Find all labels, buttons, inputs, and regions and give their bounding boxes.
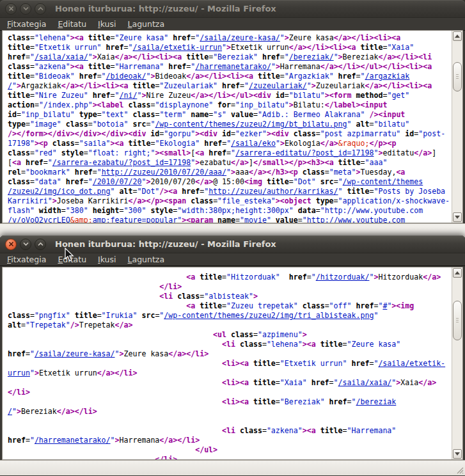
source-line: <li class="lehena"><a title="Zeure kasa": [8, 340, 452, 349]
close-button[interactable]: [5, 3, 17, 15]
maximize-button[interactable]: [35, 239, 46, 250]
source-code: class="lehena"><a title="Zeure kasa" hre…: [3, 31, 452, 223]
view-source-window-front: Honen iturburua: http://zuzeu/ - Mozilla…: [0, 235, 465, 476]
source-link[interactable]: /saila/xaia/: [338, 378, 392, 387]
source-link[interactable]: /argazkiak: [365, 72, 410, 81]
menu-item-ikusi[interactable]: Ikusi: [92, 254, 122, 265]
scroll-up-button[interactable]: [453, 31, 462, 41]
source-link[interactable]: urrun: [8, 369, 30, 377]
source-line: /></form></div></div></div><div id="gorp…: [8, 129, 452, 139]
source-line: /">Bereziak</a></li>: [8, 407, 452, 416]
source-line: </li>: [8, 455, 452, 459]
source-view[interactable]: class="lehena"><a title="Zeure kasa" hre…: [2, 30, 463, 223]
source-line: <a title="Zuzeu trepetak" class="off" hr…: [8, 301, 452, 311]
status-bar: [0, 460, 465, 475]
menu-item-editatu[interactable]: Editatu: [52, 19, 92, 29]
thumb-grip-icon: [456, 318, 459, 323]
menu-item-ikusi[interactable]: Ikusi: [92, 19, 122, 29]
source-line: </li>: [8, 282, 452, 292]
arrow-down-icon: [455, 216, 460, 219]
source-link[interactable]: /saila/eko: [231, 139, 276, 148]
menu-item-fitxategia[interactable]: Fitxategia: [1, 19, 52, 29]
maximize-icon: [38, 6, 43, 11]
source-line: 17198"><p class="saila"><a title="Ekolog…: [8, 139, 452, 148]
source-link[interactable]: /sarrera-editatu/?post_id=17198: [235, 148, 374, 157]
vertical-scrollbar[interactable]: [452, 31, 462, 223]
source-line: class="pngfix" title="Irukia" src="/wp-c…: [8, 311, 452, 321]
menu-item-laguntza[interactable]: Laguntza: [122, 254, 171, 265]
arrow-up-icon: [455, 271, 460, 274]
source-view[interactable]: <a title="Hitzorduak" href="/hitzorduak/…: [2, 267, 463, 460]
menu-bar: FitxategiaEditatuIkusiLaguntza: [0, 253, 465, 266]
source-line: class="lehena"><a title="Zeure kasa" hre…: [8, 33, 452, 43]
arrow-up-icon: [455, 35, 460, 38]
source-line: Karrikiri">Joseba Karrikiri</a></p><span…: [8, 196, 452, 206]
source-link[interactable]: http://zuzeu/2010/07/20/aaa/: [102, 168, 226, 177]
source-line: type="image" class="botoia" src="/wp-con…: [8, 120, 452, 129]
source-link[interactable]: /saila/xaia/: [35, 52, 88, 61]
source-line: [<a href="/sarrera-ezabatu/?post_id=1719…: [8, 158, 452, 168]
source-link[interactable]: /hitzorduak/: [316, 273, 370, 282]
source-line: /v/oVoO2ycrLEO&amp;amp;feature=popular">…: [8, 216, 452, 223]
menu-item-editatu[interactable]: Editatu: [52, 254, 92, 265]
source-link[interactable]: /bereziak/: [289, 52, 334, 61]
titlebar[interactable]: Honen iturburua: http://zuzeu/ - Mozilla…: [0, 0, 465, 18]
window-controls: [5, 239, 46, 250]
source-line: <li class="azkena"><a title="Harremana": [8, 426, 452, 436]
maximize-icon: [38, 242, 43, 246]
source-link[interactable]: /wp-content/themes/zuzeu2/img/tri_albist…: [164, 311, 374, 320]
source-line: flash" width="380" height="300" style="w…: [8, 206, 452, 216]
resize-grip[interactable]: [455, 466, 464, 474]
source-link[interactable]: /harremanetarako/: [195, 62, 271, 71]
source-link[interactable]: /bereziak: [356, 397, 397, 406]
source-link[interactable]: /saila/zeure-kasa/: [35, 349, 115, 358]
scroll-down-button[interactable]: [453, 449, 462, 459]
minimize-icon: [23, 6, 29, 11]
source-line: <li><a title="Bereziak" href="/bereziak: [8, 397, 452, 407]
menu-item-laguntza[interactable]: Laguntza: [122, 19, 171, 29]
source-link[interactable]: /harremanetarako/: [35, 436, 111, 445]
menu-bar: FitxategiaEditatuIkusiLaguntza: [0, 18, 465, 31]
vertical-scrollbar[interactable]: [452, 267, 462, 459]
scroll-down-button[interactable]: [453, 212, 462, 222]
source-line: href="/harremanetarako/">Harremana</a></…: [8, 436, 452, 445]
minimize-icon: [23, 242, 29, 246]
source-link[interactable]: /zuzeu2/img/ico_dot.png: [8, 187, 111, 196]
source-link[interactable]: /zuzeulariak/: [249, 81, 307, 90]
source-line: id="inp_bilatu" type="text" class="term"…: [8, 110, 452, 120]
source-line: class="red" style="float: right;"><small…: [8, 148, 452, 158]
scroll-up-button[interactable]: [453, 268, 462, 278]
window-title: Honen iturburua: http://zuzeu/ - Mozilla…: [55, 4, 276, 13]
source-link[interactable]: /ni/: [120, 91, 138, 100]
source-link[interactable]: /saila/etxetik-urrun: [132, 43, 222, 52]
source-link[interactable]: /bideoak/: [106, 72, 146, 81]
source-line: <li><a title="Xaia" href="/saila/xaia/">…: [8, 378, 452, 388]
source-link[interactable]: /2010/07/20: [93, 177, 142, 186]
scrollbar-thumb[interactable]: [453, 301, 462, 340]
source-line: rel="bookmark" href="http://zuzeu/2010/0…: [8, 168, 452, 177]
source-link[interactable]: /saila/zeure-kasa/: [200, 33, 280, 42]
source-line: class="data" href="/2010/07/20">2010/07/…: [8, 177, 452, 187]
source-line: [8, 416, 452, 426]
source-code: <a title="Hitzorduak" href="/hitzorduak/…: [3, 267, 452, 459]
source-line: <ul class="azpimenu">: [8, 330, 452, 340]
maximize-button[interactable]: [35, 3, 46, 15]
source-line: </ul>: [8, 445, 452, 455]
scrollbar-thumb[interactable]: [453, 62, 462, 91]
source-line: /">Argazkiak</a></li><li><a title="Zuzeu…: [8, 81, 452, 91]
source-link[interactable]: /: [8, 81, 12, 90]
source-line: href="/saila/xaia/">Xaia</a></li><li><a …: [8, 52, 452, 62]
source-link[interactable]: http://zuzeu/author/karrikas/: [209, 187, 338, 196]
source-link[interactable]: /wp-content/themes/zuzeu2/img/bt_bilatu.…: [155, 120, 347, 129]
source-link[interactable]: /sarrera-ezabatu/?post_id=17198: [52, 158, 191, 167]
view-source-window-back: Honen iturburua: http://zuzeu/ - Mozilla…: [0, 0, 465, 237]
titlebar[interactable]: Honen iturburua: http://zuzeu/ - Mozilla…: [0, 235, 465, 253]
minimize-button[interactable]: [20, 239, 31, 250]
source-line: /zuzeu2/img/ico_dot.png" alt="Dot"/><a h…: [8, 187, 452, 196]
source-link[interactable]: /wp-content/themes: [343, 177, 423, 186]
close-button[interactable]: [5, 239, 17, 250]
source-link[interactable]: /: [8, 407, 12, 416]
minimize-button[interactable]: [20, 3, 31, 15]
menu-item-fitxategia[interactable]: Fitxategia: [1, 254, 52, 265]
source-link[interactable]: /saila/etxetik-: [378, 359, 445, 368]
